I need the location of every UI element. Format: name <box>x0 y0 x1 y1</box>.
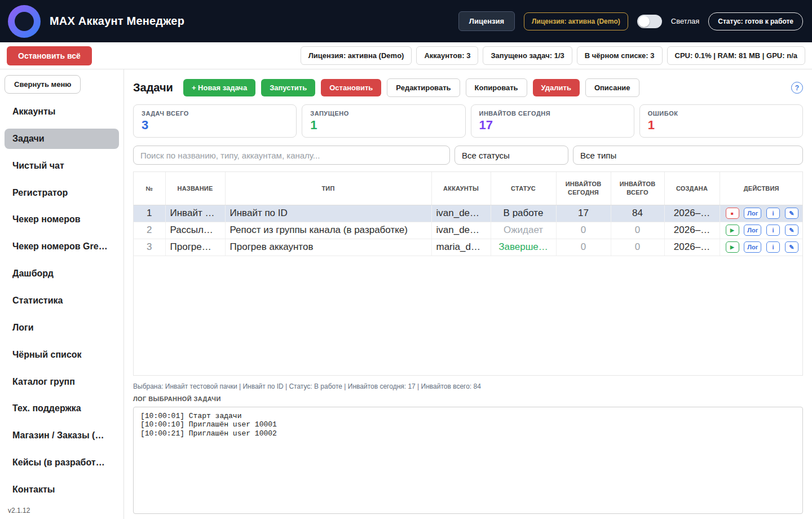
sidebar-item-support[interactable]: Тех. поддержка <box>5 398 119 419</box>
stat-value: 1 <box>310 118 457 133</box>
task-actions-cell: ■ Лог i ✎ <box>720 205 803 222</box>
sidebar-item-accounts[interactable]: Аккаунты <box>5 102 119 122</box>
toolbar: Остановить всё Лицензия: активна (Demo) … <box>0 42 812 69</box>
main-content: Задачи + Новая задача Запустить Останови… <box>124 69 812 519</box>
sidebar-item-tasks[interactable]: Задачи <box>5 129 119 149</box>
copy-button[interactable]: Копировать <box>466 78 527 97</box>
task-invites-total-cell: 84 <box>611 205 664 222</box>
blacklist-count-badge: В чёрном списке: 3 <box>577 46 663 65</box>
collapse-menu-button[interactable]: Свернуть меню <box>5 75 81 94</box>
stat-label: ЗАПУЩЕНО <box>310 110 457 117</box>
filters-row: Все статусы Все типы <box>133 146 803 165</box>
start-task-icon[interactable]: ▶ <box>726 225 739 236</box>
log-line: [10:00:01] Старт задачи <box>140 412 796 420</box>
stat-card-errors: ОШИБОК 1 <box>639 104 803 138</box>
task-accounts-cell: ivan_de… <box>431 205 491 222</box>
stop-button[interactable]: Остановить <box>321 79 381 96</box>
sidebar: Свернуть меню Аккаунты Задачи Чистый чат… <box>0 69 124 519</box>
running-tasks-badge: Запущено задач: 1/3 <box>483 46 572 65</box>
col-header-type: ТИП <box>225 172 431 205</box>
sidebar-item-dashboard[interactable]: Дашборд <box>5 263 119 284</box>
stop-task-icon[interactable]: ■ <box>726 208 739 219</box>
col-header-name: НАЗВАНИЕ <box>165 172 225 205</box>
col-header-actions: ДЕЙСТВИЯ <box>720 172 803 205</box>
task-log-output: [10:00:01] Старт задачи [10:00:10] Пригл… <box>133 407 803 514</box>
header-right-cluster: Лицензия Лицензия: активна (Demo) Светла… <box>458 11 804 31</box>
stop-all-button[interactable]: Остановить всё <box>7 46 92 65</box>
col-header-num: № <box>134 172 165 205</box>
edit-task-icon[interactable]: ✎ <box>785 208 798 219</box>
task-actions-cell: ▶ Лог i ✎ <box>720 222 803 239</box>
info-button[interactable]: i <box>766 225 780 236</box>
log-button[interactable]: Лог <box>744 225 761 236</box>
help-icon[interactable]: ? <box>791 82 803 94</box>
selection-summary: Выбрана: Инвайт тестовой пачки | Инвайт … <box>133 382 803 390</box>
table-row[interactable]: 1 Инвайт … Инвайт по ID ivan_de… В работ… <box>134 205 803 222</box>
sidebar-item-number-checker-gre[interactable]: Чекер номеров Gre… <box>5 236 119 257</box>
task-invites-today-cell: 0 <box>556 222 611 239</box>
top-header: MAX Аккаунт Менеджер Лицензия Лицензия: … <box>0 0 812 42</box>
sidebar-item-group-catalog[interactable]: Каталог групп <box>5 372 119 392</box>
sidebar-item-registrator[interactable]: Регистратор <box>5 183 119 203</box>
task-status-cell: Ожидает <box>491 222 556 239</box>
table-row[interactable]: 3 Прогре… Прогрев аккаунтов maria_d… Зав… <box>134 239 803 256</box>
sidebar-item-statistics[interactable]: Статистика <box>5 291 119 311</box>
stat-card-running: ЗАПУЩЕНО 1 <box>302 104 465 138</box>
task-accounts-cell: maria_d… <box>431 239 491 256</box>
task-created-cell: 2026–… <box>664 239 720 256</box>
edit-task-icon[interactable]: ✎ <box>785 225 798 236</box>
theme-toggle-knob <box>638 16 650 27</box>
edit-button[interactable]: Редактировать <box>387 78 460 97</box>
description-button[interactable]: Описание <box>585 78 639 97</box>
task-type-cell: Инвайт по ID <box>225 205 431 222</box>
col-header-accounts: АККАУНТЫ <box>431 172 491 205</box>
search-input[interactable] <box>133 146 450 165</box>
edit-task-icon[interactable]: ✎ <box>785 241 798 253</box>
status-filter-select[interactable]: Все статусы <box>454 146 568 165</box>
task-invites-total-cell: 0 <box>611 239 664 256</box>
info-button[interactable]: i <box>766 241 780 253</box>
sidebar-item-logs[interactable]: Логи <box>5 318 119 338</box>
task-accounts-cell: ivan_de… <box>431 222 491 239</box>
toolbar-badges: Лицензия: активна (Demo) Аккаунтов: 3 За… <box>301 46 805 65</box>
table-header-row: № НАЗВАНИЕ ТИП АККАУНТЫ СТАТУС ИНВАЙТОВ … <box>134 172 803 205</box>
start-button[interactable]: Запустить <box>261 79 315 96</box>
task-status-cell: В работе <box>491 205 556 222</box>
stat-card-total-tasks: ЗАДАЧ ВСЕГО 3 <box>133 104 297 138</box>
new-task-button[interactable]: + Новая задача <box>183 79 255 96</box>
log-button[interactable]: Лог <box>744 241 761 253</box>
theme-toggle[interactable] <box>637 15 662 28</box>
app-version: v2.1.12 <box>5 507 119 516</box>
table-row[interactable]: 2 Рассыл… Репост из группы канала (в раз… <box>134 222 803 239</box>
stat-value: 17 <box>479 118 626 133</box>
task-invites-total-cell: 0 <box>611 222 664 239</box>
log-section-label: ЛОГ ВЫБРАННОЙ ЗАДАЧИ <box>133 395 803 402</box>
info-button[interactable]: i <box>766 208 780 219</box>
col-header-invites-total: ИНВАЙТОВ ВСЕГО <box>611 172 664 205</box>
app-title: MAX Аккаунт Менеджер <box>50 15 184 28</box>
stat-label: ЗАДАЧ ВСЕГО <box>142 110 288 117</box>
start-task-icon[interactable]: ▶ <box>726 241 739 253</box>
task-created-cell: 2026–… <box>664 222 720 239</box>
col-header-invites-today: ИНВАЙТОВ СЕГОДНЯ <box>556 172 611 205</box>
page-title: Задачи <box>133 81 173 94</box>
stat-value: 1 <box>648 118 795 133</box>
task-actions-cell: ▶ Лог i ✎ <box>720 239 803 256</box>
sidebar-item-cases[interactable]: Кейсы (в разработ… <box>5 452 119 473</box>
delete-button[interactable]: Удалить <box>533 79 580 96</box>
stat-label: ИНВАЙТОВ СЕГОДНЯ <box>479 110 626 117</box>
license-button[interactable]: Лицензия <box>458 11 515 31</box>
type-filter-select[interactable]: Все типы <box>573 146 803 165</box>
sidebar-item-clean-chat[interactable]: Чистый чат <box>5 156 119 176</box>
license-status-badge: Лицензия: активна (Demo) <box>524 12 628 30</box>
col-header-created: СОЗДАНА <box>664 172 720 205</box>
sidebar-item-blacklist[interactable]: Чёрный список <box>5 345 119 365</box>
log-line: [10:00:10] Приглашён user 10001 <box>140 421 796 429</box>
sidebar-item-contacts[interactable]: Контакты <box>5 480 119 500</box>
app-status-badge: Статус: готов к работе <box>708 12 803 30</box>
col-header-status: СТАТУС <box>491 172 556 205</box>
log-button[interactable]: Лог <box>744 208 761 219</box>
app-logo-icon <box>8 5 41 38</box>
sidebar-item-number-checker[interactable]: Чекер номеров <box>5 209 119 230</box>
sidebar-item-shop-orders[interactable]: Магазин / Заказы (… <box>5 425 119 446</box>
